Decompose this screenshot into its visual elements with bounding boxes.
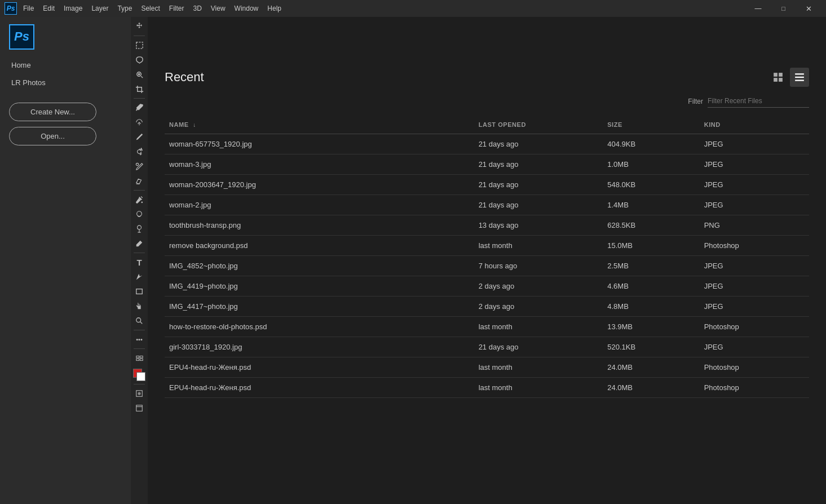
menu-file[interactable]: File	[19, 2, 38, 15]
filter-input[interactable]	[708, 95, 809, 108]
file-opened: 2 days ago	[474, 297, 603, 317]
file-kind: Photoshop	[700, 357, 809, 378]
background-color[interactable]	[136, 372, 145, 381]
file-name: IMG_4419~photo.jpg	[165, 276, 474, 297]
main-content: Recent	[148, 17, 826, 504]
svg-rect-21	[140, 359, 143, 360]
more-tools-button[interactable]: •••	[132, 332, 147, 347]
recent-title: Recent	[165, 70, 204, 85]
file-kind: Photoshop	[700, 317, 809, 337]
maximize-button[interactable]: □	[771, 0, 796, 17]
toolbar-sep4	[134, 253, 145, 253]
open-button[interactable]: Open...	[9, 127, 96, 145]
svg-rect-20	[136, 359, 139, 360]
title-bar: Ps File Edit Image Layer Type Select Fil…	[0, 0, 826, 17]
file-name: remove background.psd	[165, 236, 474, 256]
table-row[interactable]: woman-2.jpg21 days ago1.4MBJPEG	[165, 195, 809, 215]
table-row[interactable]: IMG_4417~photo.jpg2 days ago4.8MBJPEG	[165, 297, 809, 317]
brush-tool[interactable]	[132, 130, 147, 144]
file-kind: Photoshop	[700, 236, 809, 256]
file-name: woman-657753_1920.jpg	[165, 134, 474, 154]
table-row[interactable]: IMG_4419~photo.jpg2 days ago4.6MBJPEG	[165, 276, 809, 297]
lasso-tool[interactable]	[132, 52, 147, 67]
healing-brush-tool[interactable]	[132, 115, 147, 130]
file-name: woman-3.jpg	[165, 154, 474, 175]
svg-point-12	[138, 226, 142, 229]
nav-lr-photos[interactable]: LR Photos	[0, 74, 131, 91]
col-size-header[interactable]: SIZE	[603, 118, 699, 134]
blur-tool[interactable]	[132, 207, 147, 222]
toolbar: T •••	[131, 17, 148, 504]
screen-mode-button[interactable]	[132, 401, 147, 415]
paint-bucket-tool[interactable]	[132, 192, 147, 207]
edit-toolbar-button[interactable]	[132, 351, 147, 365]
table-row[interactable]: woman-2003647_1920.jpg21 days ago548.0KB…	[165, 175, 809, 195]
history-brush-tool[interactable]	[132, 159, 147, 174]
toolbar-sep2	[134, 98, 145, 99]
table-row[interactable]: toothbrush-transp.png13 days ago628.5KBP…	[165, 215, 809, 236]
hand-tool[interactable]	[132, 299, 147, 313]
close-button[interactable]: ✕	[796, 0, 821, 17]
quick-mask-button[interactable]	[132, 386, 147, 401]
toolbar-sep7	[134, 384, 145, 384]
list-view-button[interactable]	[790, 68, 809, 87]
table-row[interactable]: IMG_4852~photo.jpg7 hours ago2.5MBJPEG	[165, 256, 809, 276]
nav-home[interactable]: Home	[0, 56, 131, 74]
crop-tool[interactable]	[132, 82, 147, 96]
zoom-tool[interactable]	[132, 313, 147, 328]
file-size: 24.0MB	[603, 378, 699, 398]
menu-filter[interactable]: Filter	[165, 2, 188, 15]
table-row[interactable]: woman-3.jpg21 days ago1.0MBJPEG	[165, 154, 809, 175]
table-row[interactable]: EPU4-head-ru-Женя.psdlast month24.0MBPho…	[165, 378, 809, 398]
menu-view[interactable]: View	[207, 2, 229, 15]
app-icon: Ps	[5, 2, 17, 15]
rectangle-tool[interactable]	[132, 284, 147, 299]
grid-view-button[interactable]	[768, 68, 788, 87]
file-opened: last month	[474, 236, 603, 256]
menu-3d[interactable]: 3D	[189, 2, 205, 15]
ps-logo: Ps	[9, 24, 34, 50]
file-name: girl-3033718_1920.jpg	[165, 337, 474, 357]
quick-select-tool[interactable]	[132, 67, 147, 82]
col-name-header[interactable]: NAME ↓	[165, 118, 474, 134]
marquee-tool[interactable]	[132, 38, 147, 52]
path-selection-tool[interactable]	[132, 269, 147, 284]
dodge-tool[interactable]	[132, 222, 147, 236]
menu-layer[interactable]: Layer	[87, 2, 112, 15]
file-name: IMG_4852~photo.jpg	[165, 256, 474, 276]
color-boxes[interactable]	[132, 368, 147, 382]
file-opened: 21 days ago	[474, 175, 603, 195]
move-tool[interactable]	[132, 19, 147, 34]
menu-type[interactable]: Type	[113, 2, 136, 15]
file-kind: JPEG	[700, 276, 809, 297]
clone-stamp-tool[interactable]	[132, 144, 147, 159]
table-row[interactable]: EPU4-head-ru-Женя.psdlast month24.0MBPho…	[165, 357, 809, 378]
menu-window[interactable]: Window	[231, 2, 263, 15]
svg-rect-29	[779, 73, 783, 77]
file-size: 13.9MB	[603, 317, 699, 337]
file-opened: last month	[474, 357, 603, 378]
file-name: EPU4-head-ru-Женя.psd	[165, 357, 474, 378]
file-size: 1.0MB	[603, 154, 699, 175]
menu-help[interactable]: Help	[263, 2, 285, 15]
eyedropper-tool[interactable]	[132, 100, 147, 115]
eraser-tool[interactable]	[132, 174, 147, 188]
menu-edit[interactable]: Edit	[39, 2, 59, 15]
table-row[interactable]: woman-657753_1920.jpg21 days ago404.9KBJ…	[165, 134, 809, 154]
file-opened: 13 days ago	[474, 215, 603, 236]
col-kind-header[interactable]: KIND	[700, 118, 809, 134]
table-row[interactable]: how-to-restore-old-photos.psdlast month1…	[165, 317, 809, 337]
pen-tool[interactable]	[132, 236, 147, 251]
table-row[interactable]: girl-3033718_1920.jpg21 days ago520.1KBJ…	[165, 337, 809, 357]
window-controls: — □ ✕	[745, 0, 821, 17]
col-opened-header[interactable]: LAST OPENED	[474, 118, 603, 134]
create-new-button[interactable]: Create New...	[9, 103, 96, 121]
minimize-button[interactable]: —	[745, 0, 771, 17]
menu-image[interactable]: Image	[60, 2, 86, 15]
toolbar-sep3	[134, 190, 145, 191]
svg-point-8	[136, 163, 138, 165]
table-row[interactable]: remove background.psdlast month15.0MBPho…	[165, 236, 809, 256]
text-tool[interactable]: T	[132, 255, 147, 269]
svg-rect-31	[779, 78, 783, 82]
menu-select[interactable]: Select	[137, 2, 164, 15]
